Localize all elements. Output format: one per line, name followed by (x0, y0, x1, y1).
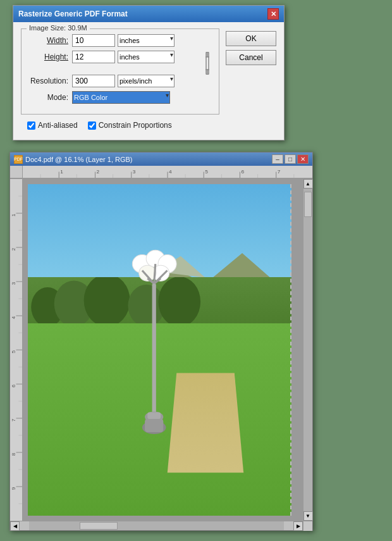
dialog-close-button[interactable]: ✕ (267, 8, 279, 20)
doc-minimize-button[interactable]: – (272, 154, 283, 164)
scroll-right-button[interactable]: ▶ (293, 521, 303, 531)
doc-bottom-row: ◀ ▶ (10, 521, 312, 530)
svg-point-61 (84, 277, 130, 326)
width-input[interactable] (72, 34, 115, 47)
svg-text:4: 4 (11, 316, 16, 319)
svg-text:1: 1 (60, 170, 63, 175)
svg-text:6: 6 (11, 385, 16, 387)
svg-line-70 (154, 264, 156, 283)
width-label: Width: (28, 36, 72, 45)
resolution-unit-wrapper: pixels/inch pixels/cm (115, 75, 175, 87)
mode-row: Mode: RGB Color CMYK Color Grayscale Lab… (28, 91, 212, 104)
svg-rect-74 (152, 284, 156, 416)
doc-file-icon: PDF (14, 155, 23, 164)
height-row: Height: inches pixels cm mm percent (28, 51, 200, 63)
mode-select-wrapper: RGB Color CMYK Color Grayscale Lab Color… (72, 91, 170, 104)
height-unit-wrapper: inches pixels cm mm percent (115, 51, 175, 63)
lamp-post-svg (128, 217, 180, 482)
svg-text:7: 7 (11, 419, 16, 421)
height-input[interactable] (72, 51, 115, 63)
mode-select[interactable]: RGB Color CMYK Color Grayscale Lab Color… (72, 91, 170, 104)
constrain-proportions-label[interactable]: Constrain Proportions (88, 121, 172, 130)
horizontal-ruler: 1 2 3 4 5 6 7 (23, 166, 312, 178)
svg-text:2: 2 (97, 170, 100, 175)
resolution-row: Resolution: pixels/inch pixels/cm (28, 75, 212, 87)
doc-window: PDF Doc4.pdf @ 16.1% (Layer 1, RGB) – □ … (9, 152, 313, 531)
constrain-proportions-checkbox[interactable] (88, 121, 96, 130)
ruler-corner (10, 166, 23, 178)
resolution-input[interactable] (72, 75, 115, 87)
svg-text:2: 2 (11, 248, 16, 251)
rasterize-dialog: Rasterize Generic PDF Format ✕ Image Siz… (13, 5, 285, 140)
width-unit-wrapper: inches pixels cm mm percent (115, 34, 175, 47)
doc-titlebar: PDF Doc4.pdf @ 16.1% (Layer 1, RGB) – □ … (10, 152, 312, 166)
mode-label: Mode: (28, 93, 72, 102)
svg-text:5: 5 (205, 170, 208, 175)
height-form-col: Height: inches pixels cm mm percent (28, 51, 200, 67)
scroll-left-button[interactable]: ◀ (10, 521, 20, 531)
resolution-unit-select[interactable]: pixels/inch pixels/cm (118, 75, 175, 87)
scrollbar-corner (303, 521, 312, 531)
svg-text:5: 5 (11, 350, 16, 353)
vertical-ruler: 1 2 3 4 5 6 7 8 9 (10, 179, 23, 521)
anti-aliased-label[interactable]: Anti-aliased (27, 121, 78, 130)
canvas-content (28, 184, 291, 516)
svg-text:1: 1 (11, 214, 16, 216)
image-size-fieldset: Image Size: 30.9M Width: inches pixels c… (21, 28, 219, 115)
checkbox-row: Anti-aliased Constrain Proportions (21, 120, 219, 134)
width-unit-select[interactable]: inches pixels cm mm percent (118, 34, 175, 47)
height-unit-select[interactable]: inches pixels cm mm percent (118, 51, 175, 63)
ruler-top-row: 1 2 3 4 5 6 7 (10, 166, 312, 179)
doc-close-button[interactable]: ✕ (297, 154, 309, 164)
cancel-button[interactable]: Cancel (226, 50, 276, 65)
width-row: Width: inches pixels cm mm percent (28, 34, 212, 47)
doc-canvas (23, 179, 303, 521)
svg-text:3: 3 (133, 170, 136, 175)
height-chain-row: Height: inches pixels cm mm percent (28, 51, 212, 75)
chain-link-icon[interactable] (202, 52, 212, 75)
page-boundary-line (290, 184, 291, 516)
image-size-legend: Image Size: 30.9M (27, 24, 90, 32)
anti-aliased-checkbox[interactable] (27, 121, 35, 130)
svg-text:6: 6 (242, 170, 245, 175)
doc-title-text: Doc4.pdf @ 16.1% (Layer 1, RGB) (25, 156, 133, 163)
doc-maximize-button[interactable]: □ (285, 154, 296, 164)
dialog-title: Rasterize Generic PDF Format (18, 9, 267, 18)
vertical-scrollbar[interactable]: ▲ ▼ (303, 179, 312, 521)
scroll-track-vertical[interactable] (303, 189, 312, 511)
ok-button[interactable]: OK (226, 31, 276, 46)
svg-text:8: 8 (11, 453, 16, 456)
scroll-thumb-horizontal[interactable] (80, 522, 118, 530)
svg-text:4: 4 (169, 170, 172, 175)
dialog-titlebar: Rasterize Generic PDF Format ✕ (13, 6, 284, 22)
doc-title-buttons: – □ ✕ (272, 154, 309, 164)
doc-title-left: PDF Doc4.pdf @ 16.1% (Layer 1, RGB) (14, 155, 133, 164)
svg-text:7: 7 (278, 170, 281, 175)
scroll-track-horizontal[interactable] (29, 521, 284, 530)
dialog-body: Image Size: 30.9M Width: inches pixels c… (13, 22, 284, 140)
svg-text:9: 9 (11, 487, 16, 490)
scroll-up-button[interactable]: ▲ (303, 179, 313, 189)
doc-content-area: 1 2 3 4 5 6 7 8 9 (10, 179, 312, 521)
height-label: Height: (28, 53, 72, 61)
dialog-form: Image Size: 30.9M Width: inches pixels c… (21, 28, 219, 134)
svg-rect-78 (145, 419, 164, 432)
dialog-buttons: OK Cancel (226, 28, 276, 134)
svg-rect-76 (148, 413, 161, 419)
svg-text:3: 3 (11, 282, 16, 285)
scroll-down-button[interactable]: ▼ (303, 511, 313, 521)
scroll-thumb-vertical[interactable] (304, 192, 312, 217)
resolution-label: Resolution: (28, 77, 72, 85)
